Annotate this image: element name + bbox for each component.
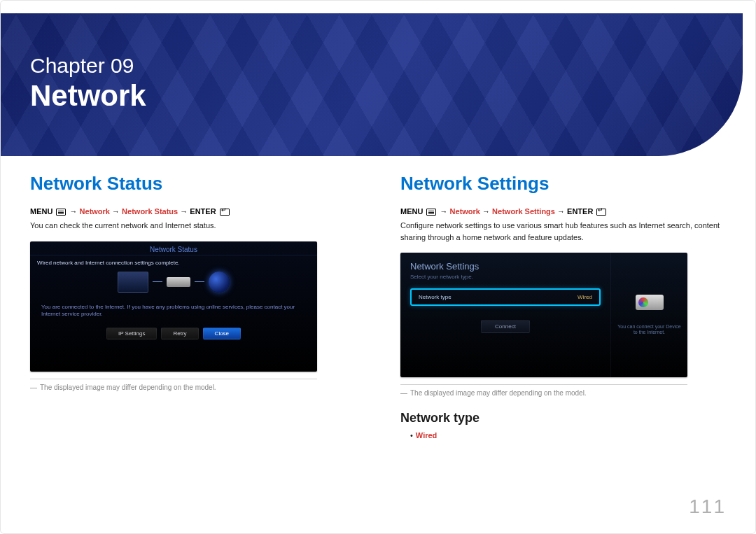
dash: ― <box>400 389 407 397</box>
menu-icon <box>426 209 436 216</box>
ip-settings-button: IP Settings <box>106 328 158 339</box>
field-label: Network type <box>419 294 451 300</box>
section-heading-status: Network Status <box>30 173 356 195</box>
enter-label: ENTER <box>567 207 593 216</box>
subsection-network-type: Network type <box>400 411 726 426</box>
nav-network-status: Network Status <box>122 207 178 216</box>
ss-button-row: IP Settings Retry Close <box>30 328 317 345</box>
ss2-title: Network Settings <box>410 261 601 272</box>
footnote-text: The displayed image may differ depending… <box>40 384 216 391</box>
nav-sep: → <box>112 207 122 216</box>
connection-line <box>195 281 204 282</box>
chapter-title: Network <box>30 79 146 113</box>
footnote-left: ―The displayed image may differ dependin… <box>30 384 317 391</box>
chapter-label: Chapter 09 <box>30 54 134 78</box>
network-settings-screenshot: Network Settings Select your network typ… <box>400 253 687 377</box>
right-column: Network Settings MENU → Network → Networ… <box>400 173 726 440</box>
network-type-field: Network type Wired <box>410 288 601 306</box>
ss-info: You are connected to the Internet. If yo… <box>30 298 317 328</box>
divider <box>400 384 687 385</box>
device-icon <box>118 272 148 293</box>
connection-line <box>153 281 162 282</box>
bullet-dot: • <box>410 431 413 440</box>
nav-network-settings: Network Settings <box>492 207 555 216</box>
nav-sep: → <box>557 207 567 216</box>
page-number: 111 <box>689 496 726 518</box>
dash: ― <box>30 384 37 391</box>
ss2-left-panel: Network Settings Select your network typ… <box>400 253 610 377</box>
ss-message: Wired network and Internet connection se… <box>30 255 317 266</box>
ss2-hint: You can connect your Device to the Inter… <box>617 324 682 336</box>
nav-sep: → <box>70 207 80 216</box>
menu-label: MENU <box>400 207 423 216</box>
globe-icon <box>209 272 230 293</box>
nav-sep: → <box>482 207 492 216</box>
nav-path-status: MENU → Network → Network Status → ENTER <box>30 207 356 216</box>
ss2-right-panel: You can connect your Device to the Inter… <box>610 253 687 377</box>
enter-label: ENTER <box>190 207 216 216</box>
footnote-right: ―The displayed image may differ dependin… <box>400 389 687 397</box>
router-icon <box>167 277 190 287</box>
nav-sep: → <box>180 207 190 216</box>
ss-diagram <box>30 266 317 298</box>
menu-label: MENU <box>30 207 52 216</box>
settings-description: Configure network settings to use variou… <box>400 220 726 243</box>
content-area: Network Status MENU → Network → Network … <box>1 156 755 440</box>
close-button: Close <box>203 328 241 339</box>
ss2-subtitle: Select your network type. <box>410 274 601 280</box>
connect-button: Connect <box>481 320 530 333</box>
section-heading-settings: Network Settings <box>400 173 726 195</box>
plug-icon <box>636 295 664 310</box>
footnote-text: The displayed image may differ depending… <box>410 389 587 397</box>
nav-path-settings: MENU → Network → Network Settings → ENTE… <box>400 207 726 216</box>
chapter-banner: Chapter 09 Network <box>1 13 743 156</box>
retry-button: Retry <box>161 328 198 339</box>
divider <box>30 379 317 379</box>
manual-page: Chapter 09 Network Network Status MENU →… <box>0 0 756 534</box>
nav-sep: → <box>440 207 450 216</box>
network-status-screenshot: Network Status Wired network and Interne… <box>30 241 317 372</box>
left-column: Network Status MENU → Network → Network … <box>30 173 356 440</box>
network-type-wired: Wired <box>416 431 437 440</box>
menu-icon <box>56 209 66 216</box>
field-value: Wired <box>578 294 592 300</box>
status-description: You can check the current network and In… <box>30 220 356 232</box>
nav-network: Network <box>450 207 480 216</box>
enter-icon <box>596 209 606 216</box>
nav-network: Network <box>80 207 110 216</box>
ss-title: Network Status <box>30 241 317 255</box>
enter-icon <box>220 209 230 216</box>
network-type-list: •Wired <box>400 431 726 440</box>
